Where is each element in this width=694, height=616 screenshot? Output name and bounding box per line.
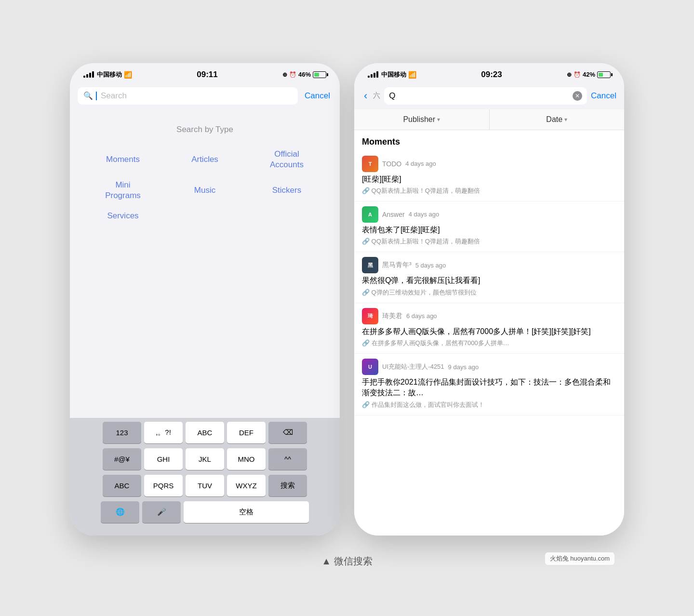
results-cancel-button[interactable]: Cancel <box>591 91 616 101</box>
type-grid: Moments Articles OfficialAccounts MiniPr… <box>70 144 340 236</box>
key-punct[interactable]: ,。?! <box>144 422 183 443</box>
right-phone: 中国移动 📶 09:23 ⊕ ⏰ 42% ‹ 六 Q ✕ Cancel <box>354 63 624 536</box>
moment-time-3: 6 days ago <box>406 312 437 320</box>
search-by-type-label: Search by Type <box>70 110 340 144</box>
type-articles[interactable]: Articles <box>166 149 243 170</box>
avatar-qiu: 琦 <box>362 308 378 324</box>
search-icon: 🔍 <box>83 91 93 100</box>
moment-time-1: 4 days ago <box>409 211 440 218</box>
battery-icon <box>313 71 326 78</box>
moment-link-0: 🔗 QQ新表情上新啦！Q弹超清，萌趣翻倍 <box>362 187 616 195</box>
moment-title-0: [旺柴][旺柴] <box>362 174 616 185</box>
wifi-icon: 📶 <box>124 71 132 79</box>
moment-author-1: Answer <box>382 211 405 218</box>
key-caps[interactable]: ^^ <box>268 448 307 470</box>
signal-icon <box>83 71 94 78</box>
moment-link-2: 🔗 Q弹的三维动效短片，颜色细节很到位 <box>362 288 616 297</box>
search-cursor <box>96 92 97 100</box>
results-list: Moments T TODO 4 days ago [旺柴][旺柴] 🔗 QQ新… <box>354 130 624 536</box>
right-location-icon: ⊕ <box>567 71 572 78</box>
keyboard: 123 ,。?! ABC DEF ⌫ #@¥ GHI JKL MNO ^^ AB… <box>70 418 340 536</box>
avatar-todo: T <box>362 156 378 172</box>
carrier-label: 中国移动 <box>97 70 122 79</box>
search-query-box[interactable]: Q ✕ <box>384 87 587 105</box>
moment-time-2: 5 days ago <box>415 262 446 269</box>
right-time-display: 09:23 <box>481 70 502 80</box>
clear-button[interactable]: ✕ <box>573 91 582 101</box>
search-badge: 六 <box>373 91 380 100</box>
key-space[interactable]: 空格 <box>184 501 309 523</box>
key-mno[interactable]: MNO <box>227 448 266 470</box>
search-header: 🔍 Search Cancel <box>70 83 340 110</box>
right-wifi-icon: 📶 <box>408 71 416 79</box>
filter-bar: Publisher ▾ Date ▾ <box>354 109 624 130</box>
key-search[interactable]: 搜索 <box>268 475 307 496</box>
type-mini-programs[interactable]: MiniPrograms <box>84 180 161 201</box>
key-tuv[interactable]: TUV <box>186 475 224 496</box>
moment-item-1[interactable]: A Answer 4 days ago 表情包来了[旺柴][旺柴] 🔗 QQ新表… <box>354 201 624 252</box>
moment-author-0: TODO <box>382 160 401 168</box>
moment-item-4[interactable]: U UI充能站-主理人-4251 9 days ago 手把手教你2021流行作… <box>354 354 624 415</box>
key-wxyz[interactable]: WXYZ <box>227 475 266 496</box>
location-icon: ⊕ <box>282 71 287 78</box>
moment-time-4: 9 days ago <box>448 363 479 371</box>
left-phone: 中国移动 📶 09:11 ⊕ ⏰ 46% 🔍 Search Cancel <box>70 63 340 536</box>
type-stickers[interactable]: Stickers <box>248 180 325 201</box>
type-moments[interactable]: Moments <box>84 149 161 170</box>
right-alarm-icon: ⏰ <box>574 71 581 78</box>
key-symbols[interactable]: #@¥ <box>103 448 141 470</box>
right-status-bar: 中国移动 📶 09:23 ⊕ ⏰ 42% <box>354 63 624 83</box>
publisher-label: Publisher <box>403 115 435 124</box>
right-carrier-label: 中国移动 <box>381 70 406 79</box>
type-services[interactable]: Services <box>84 211 161 221</box>
moment-link-3: 🔗 在拼多多帮人画Q版头像，居然有7000多人拼单… <box>362 339 616 348</box>
key-globe[interactable]: 🌐 <box>101 501 139 523</box>
moment-title-3: 在拼多多帮人画Q版头像，居然有7000多人拼单！[奸笑][奸笑][奸笑] <box>362 326 616 337</box>
battery-percent: 46% <box>298 71 311 78</box>
type-music[interactable]: Music <box>166 180 243 201</box>
date-label: Date <box>546 115 562 124</box>
key-123[interactable]: 123 <box>103 422 141 443</box>
moment-author-4: UI充能站-主理人-4251 <box>382 362 444 371</box>
section-moments-header: Moments <box>354 130 624 151</box>
avatar-heima: 黑 <box>362 257 378 273</box>
results-header: ‹ 六 Q ✕ Cancel <box>354 83 624 109</box>
watermark: 火焰兔 huoyantu.com <box>545 552 614 565</box>
date-chevron-icon: ▾ <box>564 116 567 123</box>
cancel-button[interactable]: Cancel <box>303 89 332 103</box>
moment-item-0[interactable]: T TODO 4 days ago [旺柴][旺柴] 🔗 QQ新表情上新啦！Q弹… <box>354 151 624 201</box>
moment-item-3[interactable]: 琦 琦美君 6 days ago 在拼多多帮人画Q版头像，居然有7000多人拼单… <box>354 303 624 354</box>
moment-link-1: 🔗 QQ新表情上新啦！Q弹超清，萌趣翻倍 <box>362 237 616 246</box>
avatar-answer: A <box>362 206 378 223</box>
key-pqrs[interactable]: PQRS <box>144 475 183 496</box>
key-ghi[interactable]: GHI <box>144 448 183 470</box>
key-abc2[interactable]: ABC <box>103 475 141 496</box>
back-button[interactable]: ‹ <box>362 89 369 103</box>
search-box[interactable]: 🔍 Search <box>78 87 298 105</box>
right-battery-icon <box>597 71 611 78</box>
avatar-ui: U <box>362 359 378 375</box>
key-jkl[interactable]: JKL <box>186 448 224 470</box>
alarm-icon: ⏰ <box>289 71 296 78</box>
left-status-bar: 中国移动 📶 09:11 ⊕ ⏰ 46% <box>70 63 340 83</box>
key-def[interactable]: DEF <box>227 422 266 443</box>
key-backspace[interactable]: ⌫ <box>268 422 307 443</box>
key-mic[interactable]: 🎤 <box>142 501 181 523</box>
right-battery-percent: 42% <box>583 71 595 78</box>
date-filter-button[interactable]: Date ▾ <box>490 109 625 130</box>
key-abc[interactable]: ABC <box>186 422 224 443</box>
moment-link-4: 🔗 作品集封面这么做，面试官叫你去面试！ <box>362 401 616 409</box>
moment-time-0: 4 days ago <box>405 160 436 167</box>
moment-title-1: 表情包来了[旺柴][旺柴] <box>362 225 616 235</box>
moment-author-3: 琦美君 <box>382 312 402 321</box>
moment-author-2: 黑马青年³ <box>382 261 412 269</box>
publisher-filter-button[interactable]: Publisher ▾ <box>354 109 490 130</box>
moment-title-2: 果然很Q弹，看完很解压[让我看看] <box>362 275 616 286</box>
query-text: Q <box>389 91 570 101</box>
publisher-chevron-icon: ▾ <box>437 116 440 123</box>
moment-item-2[interactable]: 黑 黑马青年³ 5 days ago 果然很Q弹，看完很解压[让我看看] 🔗 Q… <box>354 252 624 303</box>
bottom-label: ▲ 微信搜索 <box>70 545 624 573</box>
type-official-accounts[interactable]: OfficialAccounts <box>248 149 325 170</box>
search-placeholder: Search <box>101 91 127 101</box>
time-display: 09:11 <box>197 70 217 80</box>
